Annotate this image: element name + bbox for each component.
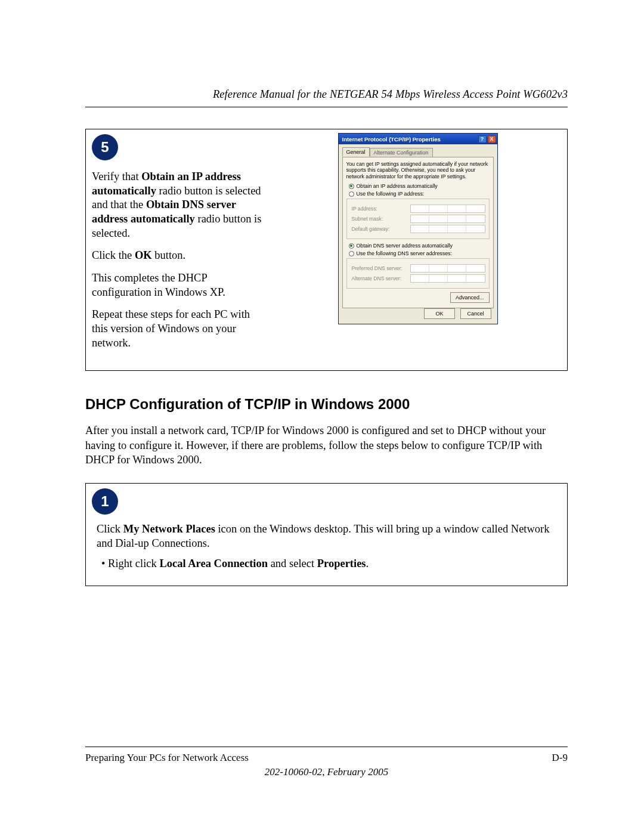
radio-ip-auto[interactable]: Obtain an IP address automatically	[349, 183, 490, 189]
label-mask: Subnet mask:	[352, 216, 407, 222]
step1-para1: Click My Network Places icon on the Wind…	[97, 522, 556, 551]
radio-ip-manual[interactable]: Use the following IP address:	[349, 191, 490, 197]
footer-rule	[85, 747, 568, 747]
step-1-text: Click My Network Places icon on the Wind…	[97, 522, 556, 571]
dns-fields-group: Preferred DNS server: Alternate DNS serv…	[346, 258, 490, 289]
help-button[interactable]: ?	[478, 135, 487, 143]
label-ip: IP address:	[352, 206, 407, 212]
dialog-description: You can get IP settings assigned automat…	[346, 161, 490, 179]
step-5-screenshot: Internet Protocol (TCP/IP) Properties ? …	[271, 129, 567, 370]
label-gw: Default gateway:	[352, 226, 407, 232]
field-alt-dns[interactable]	[410, 274, 485, 283]
label-pref-dns: Preferred DNS server:	[352, 265, 407, 271]
step-5-box: 5 Verify that Obtain an IP address autom…	[85, 129, 568, 371]
tab-general[interactable]: General	[342, 147, 370, 156]
section-paragraph: After you install a network card, TCP/IP…	[85, 423, 568, 467]
radio-dot-icon	[349, 251, 354, 256]
page-footer: Preparing Your PCs for Network Access D-…	[85, 747, 568, 778]
dialog-panel: You can get IP settings assigned automat…	[342, 157, 494, 308]
footer-section-title: Preparing Your PCs for Network Access	[85, 752, 249, 764]
running-header: Reference Manual for the NETGEAR 54 Mbps…	[85, 88, 568, 101]
dialog-tabs: General Alternate Configuration	[342, 147, 494, 156]
ok-button[interactable]: OK	[424, 308, 455, 319]
field-mask[interactable]	[410, 215, 485, 223]
cancel-button[interactable]: Cancel	[460, 308, 491, 319]
publication-info: 202-10060-02, February 2005	[85, 766, 568, 778]
tcpip-properties-dialog: Internet Protocol (TCP/IP) Properties ? …	[338, 133, 498, 324]
field-gw[interactable]	[410, 225, 485, 233]
ip-fields-group: IP address: Subnet mask: Default gateway…	[346, 199, 490, 239]
step-badge-1: 1	[92, 488, 118, 515]
radio-dot-selected-icon	[349, 243, 354, 249]
advanced-button[interactable]: Advanced...	[450, 292, 490, 303]
section-heading: DHCP Configuration of TCP/IP in Windows …	[85, 396, 568, 413]
step1-bullet: Right click Local Area Connection and se…	[101, 556, 556, 571]
dialog-titlebar: Internet Protocol (TCP/IP) Properties ? …	[339, 134, 497, 144]
tab-alternate[interactable]: Alternate Configuration	[370, 148, 433, 157]
step5-para1: Verify that Obtain an IP address automat…	[92, 170, 267, 240]
step-1-box: 1 Click My Network Places icon on the Wi…	[85, 483, 568, 586]
close-button[interactable]: X	[488, 135, 496, 143]
radio-dns-manual[interactable]: Use the following DNS server addresses:	[349, 250, 490, 256]
step5-para4: Repeat these steps for each PC with this…	[92, 308, 267, 350]
radio-dot-icon	[349, 191, 354, 197]
dialog-title: Internet Protocol (TCP/IP) Properties	[342, 136, 441, 143]
page-number: D-9	[552, 752, 568, 764]
radio-dot-selected-icon	[349, 184, 354, 189]
step-badge-5: 5	[92, 134, 118, 160]
header-rule	[85, 107, 568, 107]
step5-para3: This completes the DHCP configuration in…	[92, 271, 267, 299]
field-pref-dns[interactable]	[410, 264, 485, 272]
radio-dns-auto[interactable]: Obtain DNS server address automatically	[349, 243, 490, 249]
field-ip[interactable]	[410, 205, 485, 213]
label-alt-dns: Alternate DNS server:	[352, 275, 407, 281]
step-5-text: Verify that Obtain an IP address automat…	[86, 129, 271, 370]
step5-para2: Click the OK button.	[92, 249, 267, 263]
